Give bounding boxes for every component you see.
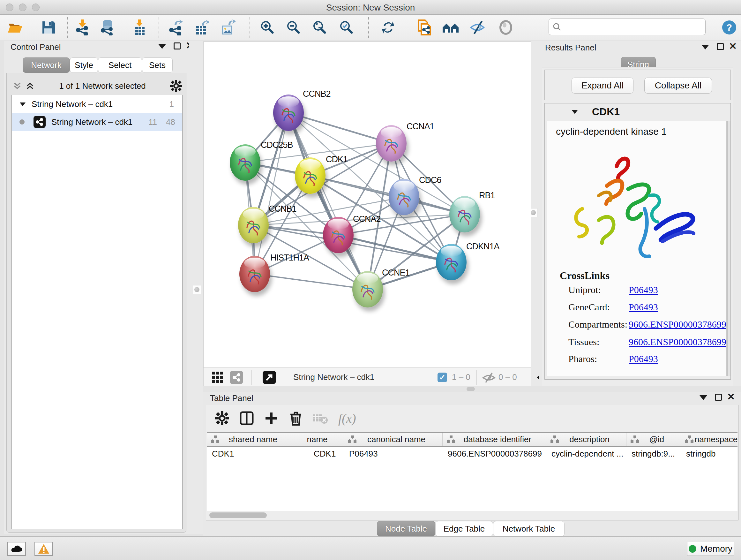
- collapse-all-button[interactable]: Collapse All: [644, 78, 712, 94]
- refresh-button[interactable]: [379, 18, 397, 37]
- eye-button[interactable]: [497, 18, 515, 37]
- zoom-out-button[interactable]: [285, 18, 302, 37]
- crosslink-value[interactable]: P06493: [629, 354, 658, 364]
- export-table-button[interactable]: [193, 18, 211, 37]
- crosslink-value[interactable]: 9606.ENSP00000378699: [629, 319, 726, 330]
- float-panel-icon[interactable]: [715, 394, 722, 401]
- collection-count: 1: [170, 99, 174, 109]
- help-button[interactable]: ?: [720, 18, 738, 37]
- network-selection-bar: 1 of 1 Network selected: [9, 79, 184, 93]
- add-column-icon[interactable]: [264, 411, 278, 425]
- cdk1-section-header[interactable]: CDK1: [545, 104, 731, 120]
- protein-node-cdc25b[interactable]: [230, 144, 260, 181]
- crosslink-value[interactable]: 9606.ENSP00000378699: [629, 336, 726, 348]
- network-collection-row[interactable]: String Network – cdk1 1: [12, 95, 182, 113]
- gear-icon[interactable]: [215, 411, 229, 425]
- panel-menu-icon[interactable]: [701, 45, 709, 50]
- svg-text:?: ?: [726, 22, 732, 33]
- grid-view-icon[interactable]: [211, 371, 224, 384]
- birdseye-view-icon[interactable]: [263, 371, 276, 384]
- search-input[interactable]: [563, 22, 697, 32]
- hidden-eye-icon[interactable]: [482, 372, 496, 383]
- show-hide-button[interactable]: [469, 18, 487, 37]
- save-session-button[interactable]: [40, 18, 57, 37]
- float-panel-icon[interactable]: [174, 43, 181, 50]
- zoom-fit-button[interactable]: [311, 18, 329, 37]
- tab-node-table[interactable]: Node Table: [377, 521, 435, 537]
- collection-expand-icon[interactable]: [20, 102, 25, 106]
- protein-node-cdkn1a[interactable]: [436, 244, 467, 280]
- expand-all-icon[interactable]: [25, 81, 35, 91]
- section-title: CDK1: [592, 106, 620, 118]
- tab-network[interactable]: Network: [23, 57, 70, 73]
- memory-button[interactable]: Memory: [687, 542, 734, 556]
- horizontal-splitter[interactable]: [203, 386, 741, 392]
- column-header[interactable]: name: [293, 433, 344, 446]
- node-table-container: f(x) shared name name canonical name dat…: [206, 405, 738, 520]
- warning-status-button[interactable]: [35, 542, 53, 556]
- protein-node-ccnb1[interactable]: [238, 207, 269, 243]
- crosslink-value[interactable]: P06493: [629, 285, 658, 295]
- export-image-button[interactable]: [219, 18, 237, 37]
- panel-menu-icon[interactable]: [699, 395, 707, 400]
- horizontal-scrollbar[interactable]: [209, 512, 267, 518]
- import-database-button[interactable]: [98, 18, 117, 37]
- protein-node-rb1[interactable]: [449, 196, 480, 233]
- tab-network-table[interactable]: Network Table: [493, 521, 564, 537]
- network-view-icon[interactable]: [230, 371, 243, 384]
- section-collapse-icon[interactable]: [571, 110, 578, 114]
- import-table-button[interactable]: [131, 18, 149, 37]
- panel-menu-icon[interactable]: [158, 44, 166, 49]
- protein-node-ccnb2[interactable]: [273, 95, 304, 131]
- network-name: String Network – cdk1: [51, 117, 132, 127]
- protein-node-ccna2[interactable]: [323, 217, 354, 253]
- column-header[interactable]: namespace: [681, 433, 738, 446]
- protein-node-ccne1[interactable]: [352, 271, 383, 307]
- column-header[interactable]: shared name: [207, 433, 293, 446]
- selected-nodes-checkbox[interactable]: ✓: [437, 373, 447, 382]
- zoom-selected-button[interactable]: [338, 18, 355, 37]
- collapse-all-icon[interactable]: [12, 81, 22, 91]
- toolbar-search[interactable]: [549, 18, 705, 35]
- splitter-handle[interactable]: [467, 387, 475, 391]
- network-view-toolbar: String Network – cdk1 ✓ 1 – 0 0 – 0: [203, 368, 531, 386]
- crosslink-value[interactable]: P06493: [629, 302, 658, 313]
- delete-column-icon[interactable]: [289, 411, 302, 426]
- warning-icon: [38, 544, 50, 554]
- import-network-button[interactable]: [74, 18, 91, 37]
- table-row[interactable]: CDK1 CDK1 P06493 9606.ENSP00000378699 cy…: [207, 447, 738, 461]
- protein-node-hist1h1a[interactable]: [239, 256, 270, 292]
- zoom-in-button[interactable]: [259, 18, 276, 37]
- tab-style[interactable]: Style: [70, 57, 98, 73]
- column-header[interactable]: database identifier: [443, 433, 546, 446]
- tab-edge-table[interactable]: Edge Table: [435, 521, 493, 537]
- gear-icon[interactable]: [170, 80, 182, 92]
- export-network-button[interactable]: [167, 18, 185, 37]
- column-header[interactable]: description: [546, 433, 626, 446]
- tab-select[interactable]: Select: [98, 57, 142, 73]
- protein-node-cdc6[interactable]: [389, 179, 419, 215]
- expand-all-button[interactable]: Expand All: [571, 78, 633, 94]
- left-splitter-handle[interactable]: [193, 285, 201, 294]
- tab-sets[interactable]: Sets: [142, 57, 173, 73]
- close-panel-icon[interactable]: ✕: [729, 43, 737, 50]
- network-canvas[interactable]: CCNB2 CCNA1 CDC25B CDK1: [203, 42, 531, 368]
- column-header[interactable]: @id: [626, 433, 681, 446]
- close-panel-icon[interactable]: ✕: [727, 393, 735, 400]
- first-neighbors-button[interactable]: [415, 18, 433, 37]
- collection-name: String Network – cdk1: [31, 99, 113, 109]
- protein-node-cdk1[interactable]: [295, 158, 326, 194]
- open-session-button[interactable]: [6, 18, 24, 37]
- hide-panels-button[interactable]: [442, 18, 460, 37]
- results-scrollbar[interactable]: [727, 121, 731, 376]
- node-label-rb1: RB1: [479, 191, 495, 200]
- show-columns-icon[interactable]: [239, 411, 254, 426]
- crosslink-label: Tissues:: [568, 336, 599, 348]
- network-status-dot: [19, 119, 24, 125]
- cloud-status-button[interactable]: [7, 542, 26, 556]
- network-row[interactable]: String Network – cdk1 11 48: [12, 113, 182, 131]
- protein-description: cyclin-dependent kinase 1: [556, 126, 667, 137]
- column-header[interactable]: canonical name: [344, 433, 443, 446]
- float-panel-icon[interactable]: [717, 43, 724, 50]
- protein-node-ccna1[interactable]: [376, 125, 407, 162]
